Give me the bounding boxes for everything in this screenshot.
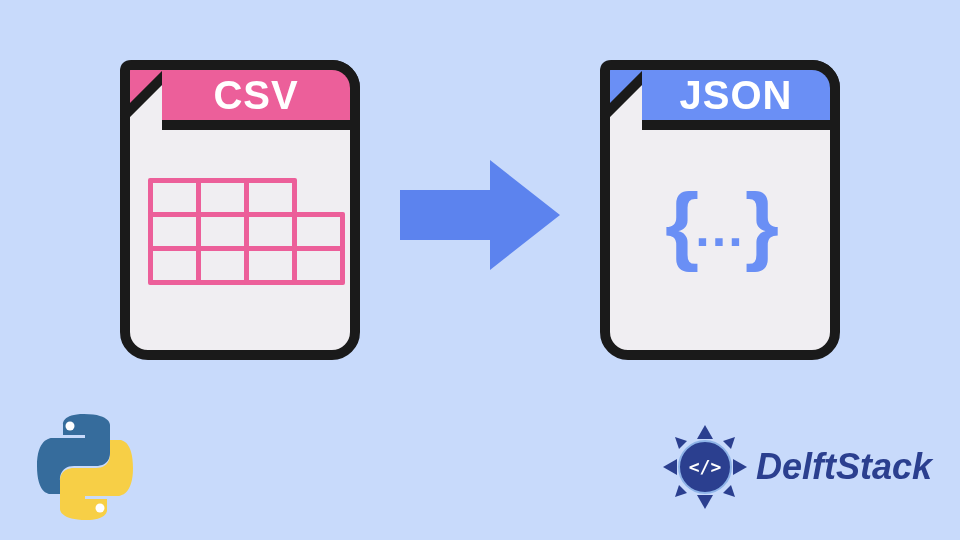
delftstack-badge-icon: </>	[660, 422, 750, 512]
cell	[244, 246, 297, 285]
json-label: JSON	[642, 60, 840, 130]
csv-label: CSV	[162, 60, 360, 130]
delftstack-logo: </> DelftStack	[660, 422, 932, 512]
arrow-right-icon	[390, 150, 570, 280]
csv-table-icon	[150, 180, 342, 282]
cell	[148, 246, 201, 285]
cell	[148, 212, 201, 251]
cell	[292, 212, 345, 251]
json-braces-icon: {...}	[600, 180, 840, 268]
svg-point-1	[96, 504, 105, 513]
cell	[148, 178, 201, 217]
cell	[196, 246, 249, 285]
delftstack-name: DelftStack	[756, 446, 932, 488]
python-logo-icon	[30, 412, 140, 522]
cell	[244, 178, 297, 217]
cell	[196, 212, 249, 251]
code-glyph: </>	[689, 456, 722, 477]
diagram-canvas: CSV JSON {...}	[0, 0, 960, 540]
cell	[292, 246, 345, 285]
json-file-icon: JSON {...}	[600, 60, 840, 360]
cell	[196, 178, 249, 217]
svg-point-0	[66, 422, 75, 431]
cell	[244, 212, 297, 251]
csv-file-icon: CSV	[120, 60, 360, 360]
